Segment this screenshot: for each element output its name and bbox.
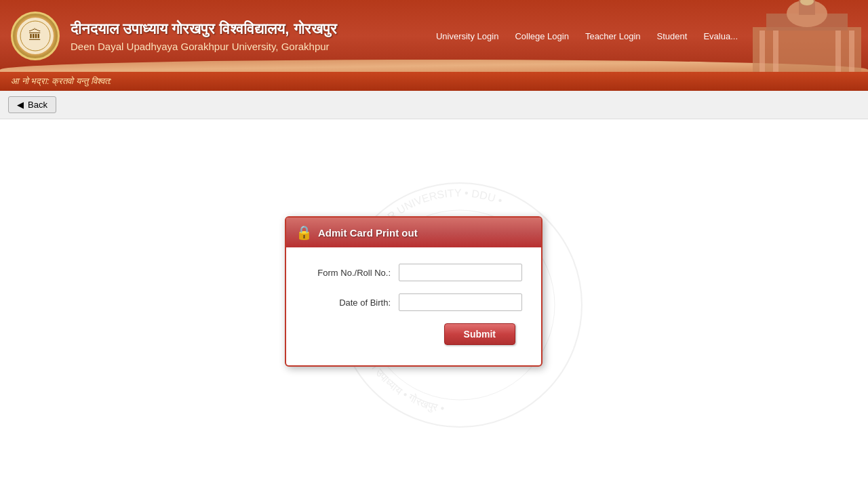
motto-text: आ नो भद्रा: क्रतवो यन्तु विश्वत:	[11, 76, 111, 87]
lock-icon: 🔒	[296, 224, 313, 241]
form-no-label: Form No./Roll No.:	[305, 268, 399, 278]
svg-text:🏛: 🏛	[28, 28, 42, 43]
dialog-body: Form No./Roll No.: Date of Birth: Submit	[286, 247, 541, 365]
svg-rect-7	[760, 30, 765, 72]
nav-college-login[interactable]: College Login	[507, 31, 577, 41]
back-icon: ◀	[17, 100, 24, 110]
nav-university-login[interactable]: University Login	[428, 31, 507, 41]
header-nav: University Login College Login Teacher L…	[428, 0, 746, 72]
english-title: Deen Dayal Upadhyaya Gorakhpur Universit…	[71, 41, 428, 52]
university-logo: 🏛	[11, 12, 60, 60]
header-building	[746, 0, 868, 72]
svg-rect-10	[849, 30, 854, 72]
svg-rect-3	[753, 27, 861, 72]
main-content: GORAKHPUR UNIVERSITY • DDU • दीनदयाल उपा…	[0, 119, 868, 488]
back-button[interactable]: ◀ Back	[8, 96, 56, 113]
dob-label: Date of Birth:	[305, 298, 399, 308]
header: 🏛 दीनदयाल उपाध्याय गोरखपुर विश्वविद्यालय…	[0, 0, 868, 72]
dialog-title: Admit Card Print out	[318, 227, 418, 239]
svg-rect-9	[835, 30, 841, 72]
toolbar: ◀ Back	[0, 91, 868, 119]
nav-evalua[interactable]: Evalua...	[695, 31, 746, 41]
sub-header: आ नो भद्रा: क्रतवो यन्तु विश्वत:	[0, 72, 868, 91]
submit-row: Submit	[305, 323, 522, 345]
form-no-input[interactable]	[399, 264, 522, 281]
svg-rect-8	[773, 30, 778, 72]
dob-row: Date of Birth:	[305, 293, 522, 311]
header-text: दीनदयाल उपाध्याय गोरखपुर विश्वविद्यालय, …	[71, 20, 428, 52]
dialog-header: 🔒 Admit Card Print out	[286, 218, 541, 247]
hindi-title: दीनदयाल उपाध्याय गोरखपुर विश्वविद्यालय, …	[71, 20, 428, 38]
nav-teacher-login[interactable]: Teacher Login	[577, 31, 649, 41]
admit-card-dialog: 🔒 Admit Card Print out Form No./Roll No.…	[285, 216, 542, 367]
form-no-row: Form No./Roll No.:	[305, 264, 522, 281]
submit-button[interactable]: Submit	[444, 323, 515, 345]
back-label: Back	[28, 100, 47, 110]
dob-input[interactable]	[399, 293, 522, 311]
nav-student[interactable]: Student	[649, 31, 696, 41]
